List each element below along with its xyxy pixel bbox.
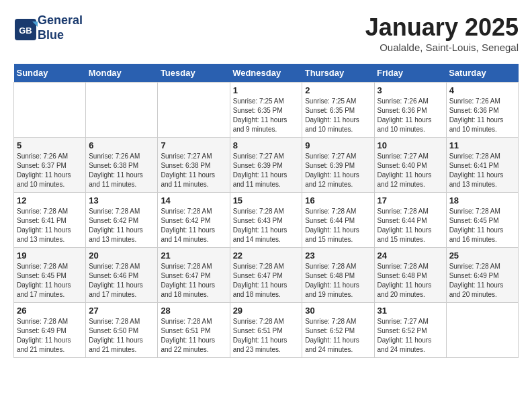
day-number: 29 [233,306,300,316]
day-cell: 24Sunrise: 7:28 AM Sunset: 6:48 PM Dayli… [374,248,446,303]
day-number: 10 [378,140,443,150]
day-cell: 9Sunrise: 7:27 AM Sunset: 6:39 PM Daylig… [302,138,374,193]
day-info: Sunrise: 7:28 AM Sunset: 6:42 PM Dayligh… [89,207,154,244]
day-number: 3 [378,85,443,95]
day-cell [446,303,518,358]
day-info: Sunrise: 7:28 AM Sunset: 6:46 PM Dayligh… [89,262,154,300]
day-number: 26 [17,306,83,316]
day-info: Sunrise: 7:28 AM Sunset: 6:47 PM Dayligh… [161,262,226,300]
col-header-thursday: Thursday [302,64,374,83]
svg-text:GB: GB [19,26,32,36]
col-header-friday: Friday [374,64,446,83]
week-row-3: 12Sunrise: 7:28 AM Sunset: 6:41 PM Dayli… [14,193,519,248]
day-number: 13 [89,195,154,205]
day-info: Sunrise: 7:27 AM Sunset: 6:39 PM Dayligh… [305,152,371,189]
day-number: 17 [378,195,443,205]
day-number: 4 [449,85,515,95]
day-info: Sunrise: 7:28 AM Sunset: 6:45 PM Dayligh… [17,262,83,300]
day-cell: 5Sunrise: 7:26 AM Sunset: 6:37 PM Daylig… [14,138,86,193]
day-info: Sunrise: 7:28 AM Sunset: 6:47 PM Dayligh… [233,262,300,300]
logo: GB General Blue [13,13,83,42]
day-info: Sunrise: 7:28 AM Sunset: 6:42 PM Dayligh… [161,207,226,244]
day-number: 16 [305,195,371,205]
day-cell [158,83,230,138]
logo-line2: Blue [38,28,83,43]
day-info: Sunrise: 7:25 AM Sunset: 6:35 PM Dayligh… [233,97,300,134]
day-cell: 31Sunrise: 7:27 AM Sunset: 6:52 PM Dayli… [374,303,446,358]
day-cell: 1Sunrise: 7:25 AM Sunset: 6:35 PM Daylig… [230,83,302,138]
week-row-4: 19Sunrise: 7:28 AM Sunset: 6:45 PM Dayli… [14,248,519,303]
day-cell: 25Sunrise: 7:28 AM Sunset: 6:49 PM Dayli… [446,248,518,303]
day-info: Sunrise: 7:28 AM Sunset: 6:44 PM Dayligh… [305,207,371,244]
logo-icon: GB [13,17,35,39]
day-number: 9 [305,140,371,150]
day-number: 31 [378,306,443,316]
day-info: Sunrise: 7:27 AM Sunset: 6:52 PM Dayligh… [378,317,443,355]
day-cell: 13Sunrise: 7:28 AM Sunset: 6:42 PM Dayli… [86,193,158,248]
day-cell: 2Sunrise: 7:25 AM Sunset: 6:35 PM Daylig… [302,83,374,138]
day-info: Sunrise: 7:25 AM Sunset: 6:35 PM Dayligh… [305,97,371,134]
day-info: Sunrise: 7:27 AM Sunset: 6:40 PM Dayligh… [378,152,443,189]
day-cell: 12Sunrise: 7:28 AM Sunset: 6:41 PM Dayli… [14,193,86,248]
calendar-table: SundayMondayTuesdayWednesdayThursdayFrid… [13,64,519,358]
day-cell: 7Sunrise: 7:27 AM Sunset: 6:38 PM Daylig… [158,138,230,193]
day-cell: 16Sunrise: 7:28 AM Sunset: 6:44 PM Dayli… [302,193,374,248]
day-number: 6 [89,140,154,150]
day-info: Sunrise: 7:28 AM Sunset: 6:48 PM Dayligh… [305,262,371,300]
day-info: Sunrise: 7:26 AM Sunset: 6:36 PM Dayligh… [378,97,443,134]
day-cell: 3Sunrise: 7:26 AM Sunset: 6:36 PM Daylig… [374,83,446,138]
day-number: 23 [305,250,371,261]
day-cell: 8Sunrise: 7:27 AM Sunset: 6:39 PM Daylig… [230,138,302,193]
day-cell: 10Sunrise: 7:27 AM Sunset: 6:40 PM Dayli… [374,138,446,193]
day-number: 7 [161,140,226,150]
week-row-1: 1Sunrise: 7:25 AM Sunset: 6:35 PM Daylig… [14,83,519,138]
col-header-monday: Monday [86,64,158,83]
week-row-2: 5Sunrise: 7:26 AM Sunset: 6:37 PM Daylig… [14,138,519,193]
day-cell: 19Sunrise: 7:28 AM Sunset: 6:45 PM Dayli… [14,248,86,303]
day-info: Sunrise: 7:28 AM Sunset: 6:41 PM Dayligh… [449,152,515,189]
day-cell [14,83,86,138]
day-number: 18 [449,195,515,205]
day-info: Sunrise: 7:28 AM Sunset: 6:49 PM Dayligh… [17,317,83,355]
day-info: Sunrise: 7:28 AM Sunset: 6:41 PM Dayligh… [17,207,83,244]
day-number: 25 [449,250,515,261]
day-number: 8 [233,140,300,150]
day-cell: 15Sunrise: 7:28 AM Sunset: 6:43 PM Dayli… [230,193,302,248]
day-cell: 26Sunrise: 7:28 AM Sunset: 6:49 PM Dayli… [14,303,86,358]
day-number: 30 [305,306,371,316]
day-cell: 27Sunrise: 7:28 AM Sunset: 6:50 PM Dayli… [86,303,158,358]
day-number: 21 [161,250,226,261]
day-cell: 14Sunrise: 7:28 AM Sunset: 6:42 PM Dayli… [158,193,230,248]
day-number: 12 [17,195,83,205]
title-block: January 2025 Oualalde, Saint-Louis, Sene… [365,13,519,53]
day-cell: 21Sunrise: 7:28 AM Sunset: 6:47 PM Dayli… [158,248,230,303]
day-info: Sunrise: 7:28 AM Sunset: 6:43 PM Dayligh… [233,207,300,244]
day-info: Sunrise: 7:26 AM Sunset: 6:37 PM Dayligh… [17,152,83,189]
col-header-sunday: Sunday [14,64,86,83]
day-cell: 29Sunrise: 7:28 AM Sunset: 6:51 PM Dayli… [230,303,302,358]
month-title: January 2025 [365,13,519,42]
calendar-header: SundayMondayTuesdayWednesdayThursdayFrid… [14,64,519,83]
day-number: 27 [89,306,154,316]
day-number: 5 [17,140,83,150]
day-cell: 4Sunrise: 7:26 AM Sunset: 6:36 PM Daylig… [446,83,518,138]
col-header-saturday: Saturday [446,64,518,83]
calendar-body: 1Sunrise: 7:25 AM Sunset: 6:35 PM Daylig… [14,83,519,358]
day-number: 19 [17,250,83,261]
location: Oualalde, Saint-Louis, Senegal [365,42,519,53]
day-number: 11 [449,140,515,150]
header-row: SundayMondayTuesdayWednesdayThursdayFrid… [14,64,519,83]
day-number: 14 [161,195,226,205]
logo-text: General Blue [38,13,83,42]
day-cell: 28Sunrise: 7:28 AM Sunset: 6:51 PM Dayli… [158,303,230,358]
day-cell: 18Sunrise: 7:28 AM Sunset: 6:45 PM Dayli… [446,193,518,248]
day-info: Sunrise: 7:27 AM Sunset: 6:38 PM Dayligh… [161,152,226,189]
day-cell [86,83,158,138]
col-header-tuesday: Tuesday [158,64,230,83]
day-info: Sunrise: 7:28 AM Sunset: 6:44 PM Dayligh… [378,207,443,244]
day-cell: 22Sunrise: 7:28 AM Sunset: 6:47 PM Dayli… [230,248,302,303]
day-cell: 11Sunrise: 7:28 AM Sunset: 6:41 PM Dayli… [446,138,518,193]
day-cell: 17Sunrise: 7:28 AM Sunset: 6:44 PM Dayli… [374,193,446,248]
day-info: Sunrise: 7:26 AM Sunset: 6:38 PM Dayligh… [89,152,154,189]
day-number: 24 [378,250,443,261]
